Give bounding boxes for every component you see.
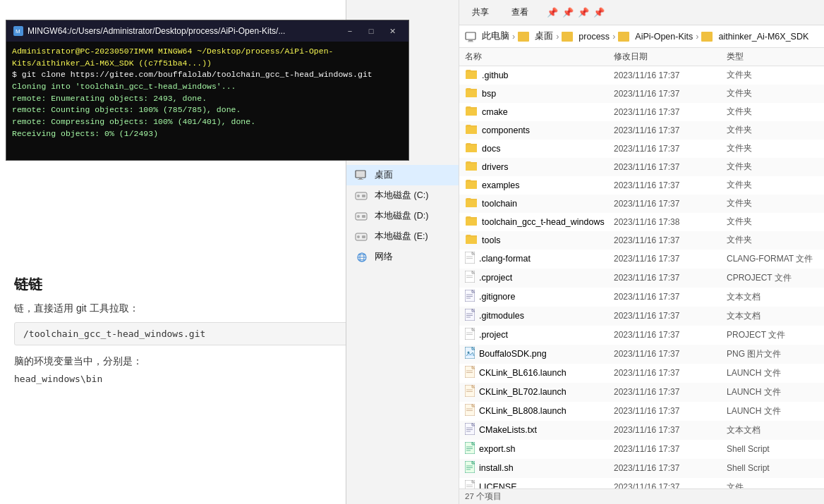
folder-icon: [701, 32, 713, 42]
file-row[interactable]: CKLink_BL702.launch2023/11/16 17:37LAUNC…: [459, 383, 824, 402]
file-row[interactable]: components2023/11/16 17:37文件夹: [459, 121, 824, 140]
explorer-toolbar: 共享 查看 📌 📌 📌 📌: [459, 0, 824, 25]
file-name-cell: components: [465, 123, 614, 137]
file-date: 2023/11/16 17:37: [614, 107, 727, 117]
svg-rect-19: [359, 178, 362, 179]
file-row[interactable]: .gitmodules2023/11/16 17:37文本文档: [459, 307, 824, 326]
file-date: 2023/11/16 17:37: [614, 425, 727, 435]
nav-item-本地磁盘 (E:)[interactable]: 本地磁盘 (E:): [346, 226, 459, 247]
file-icon-folder: [465, 68, 478, 82]
file-name-cell: .cproject: [465, 271, 614, 285]
breadcrumb-item[interactable]: 桌面: [535, 30, 553, 42]
file-name-cell: .project: [465, 328, 614, 342]
file-row[interactable]: bsp2023/11/16 17:37文件夹: [459, 85, 824, 103]
file-name-cell: toolchain_gcc_t-head_windows: [465, 215, 614, 228]
disk-icon: [355, 211, 369, 222]
file-date: 2023/11/16 17:37: [614, 235, 727, 245]
svg-rect-35: [466, 32, 475, 39]
file-row[interactable]: toolchain2023/11/16 17:37文件夹: [459, 195, 824, 213]
file-name-cell: examples: [465, 178, 614, 192]
file-icon-folder: [465, 123, 478, 137]
file-type: 文件夹: [727, 161, 818, 173]
file-name-cell: drivers: [465, 160, 614, 173]
file-icon-folder: [465, 87, 478, 100]
file-type: 文件夹: [727, 197, 818, 209]
file-row[interactable]: examples2023/11/16 17:37文件夹: [459, 176, 824, 195]
file-row[interactable]: .project2023/11/16 17:37PROJECT 文件: [459, 326, 824, 345]
maximize-button[interactable]: □: [362, 24, 380, 38]
breadcrumb-sep: ›: [696, 32, 698, 42]
nav-item-网络[interactable]: 网络: [346, 247, 459, 267]
file-row[interactable]: drivers2023/11/16 17:37文件夹: [459, 158, 824, 176]
file-explorer: 此电脑视频图片文档下载音乐桌面本地磁盘 (C:)本地磁盘 (D:)本地磁盘 (E…: [346, 0, 824, 504]
file-icon-file: [465, 480, 475, 488]
share-button[interactable]: 共享: [466, 4, 495, 21]
file-name: .github: [482, 70, 509, 80]
file-row[interactable]: export.sh2023/11/16 17:37Shell Script: [459, 440, 824, 459]
file-date: 2023/11/16 17:37: [614, 144, 727, 154]
file-name: .project: [479, 330, 508, 340]
file-name: CMakeLists.txt: [479, 425, 537, 435]
file-type: CLANG-FORMAT 文件: [727, 253, 818, 265]
file-name: components: [482, 125, 530, 135]
file-name: CKLink_BL702.launch: [479, 387, 566, 397]
file-row[interactable]: toolchain_gcc_t-head_windows2023/11/16 1…: [459, 213, 824, 231]
file-date: 2023/11/16 17:37: [614, 162, 727, 172]
file-name-cell: BouffaloSDK.png: [465, 347, 614, 361]
breadcrumb-item[interactable]: AiPi-Open-Kits: [635, 32, 693, 42]
file-row[interactable]: BouffaloSDK.png2023/11/16 17:37PNG 图片文件: [459, 345, 824, 364]
file-name: drivers: [482, 162, 509, 172]
file-name: CKLink_BL616.launch: [479, 368, 566, 378]
breadcrumb-item[interactable]: process: [578, 32, 610, 42]
pin-icon-2[interactable]: 📌: [561, 6, 575, 19]
nav-item-桌面[interactable]: 桌面: [346, 165, 459, 185]
file-name-cell: .github: [465, 68, 614, 82]
file-name-cell: toolchain: [465, 197, 614, 210]
view-button[interactable]: 查看: [506, 4, 534, 21]
file-row[interactable]: CMakeLists.txt2023/11/16 17:37文本文档: [459, 421, 824, 440]
file-row[interactable]: .cproject2023/11/16 17:37CPROJECT 文件: [459, 269, 824, 288]
file-type: Shell Script: [727, 463, 818, 473]
terminal-line-2: $ git clone https://gitee.com/bouffalola…: [12, 69, 403, 81]
minimize-button[interactable]: −: [341, 24, 359, 38]
terminal-line-6: remote: Compressing objects: 100% (401/4…: [12, 116, 403, 128]
svg-point-26: [357, 215, 360, 218]
file-row[interactable]: .github2023/11/16 17:37文件夹: [459, 66, 824, 85]
file-row[interactable]: docs2023/11/16 17:37文件夹: [459, 140, 824, 158]
file-row[interactable]: LICENSE2023/11/16 17:37文件: [459, 478, 824, 488]
file-row[interactable]: .gitignore2023/11/16 17:37文本文档: [459, 288, 824, 307]
terminal-body: Administrator@PC-20230507IMVM MINGW64 ~/…: [6, 42, 408, 161]
file-row[interactable]: .clang-format2023/11/16 17:37CLANG-FORMA…: [459, 250, 824, 269]
folder-icon: [518, 32, 529, 42]
breadcrumb-item[interactable]: aithinker_Ai-M6X_SDK: [718, 32, 808, 42]
file-row[interactable]: install.sh2023/11/16 17:37Shell Script: [459, 459, 824, 478]
pin-icon-4[interactable]: 📌: [592, 6, 606, 19]
file-date: 2023/11/16 17:37: [614, 330, 727, 340]
file-type: 文件夹: [727, 106, 818, 118]
file-name: .gitmodules: [479, 311, 524, 321]
file-name: CKLink_BL808.launch: [479, 406, 566, 416]
nav-item-本地磁盘 (C:)[interactable]: 本地磁盘 (C:): [346, 185, 459, 206]
close-button[interactable]: ✕: [383, 24, 401, 38]
pin-icon-1[interactable]: 📌: [545, 6, 559, 19]
file-type: 文件夹: [727, 142, 818, 154]
breadcrumb-item[interactable]: 此电脑: [482, 30, 509, 42]
file-row[interactable]: cmake2023/11/16 17:37文件夹: [459, 103, 824, 121]
file-icon-folder: [465, 178, 478, 192]
chain-title: 链链: [14, 275, 402, 294]
file-name: BouffaloSDK.png: [479, 349, 547, 359]
file-icon-text: [465, 309, 475, 323]
file-row[interactable]: CKLink_BL616.launch2023/11/16 17:37LAUNC…: [459, 364, 824, 383]
file-type: 文本文档: [727, 291, 818, 303]
nav-item-本地磁盘 (D:)[interactable]: 本地磁盘 (D:): [346, 206, 459, 226]
file-name-cell: CKLink_BL702.launch: [465, 385, 614, 399]
file-icon-folder: [465, 215, 478, 228]
file-row[interactable]: CKLink_BL808.launch2023/11/16 17:37LAUNC…: [459, 402, 824, 421]
pin-icon-3[interactable]: 📌: [576, 6, 590, 19]
chain-text: 链，直接适用 git 工具拉取：: [14, 302, 402, 315]
file-name-cell: tools: [465, 233, 614, 247]
nav-label: 桌面: [375, 169, 393, 181]
file-icon-launch: [465, 366, 475, 380]
file-icon-folder: [465, 105, 478, 118]
file-row[interactable]: tools2023/11/16 17:37文件夹: [459, 231, 824, 250]
